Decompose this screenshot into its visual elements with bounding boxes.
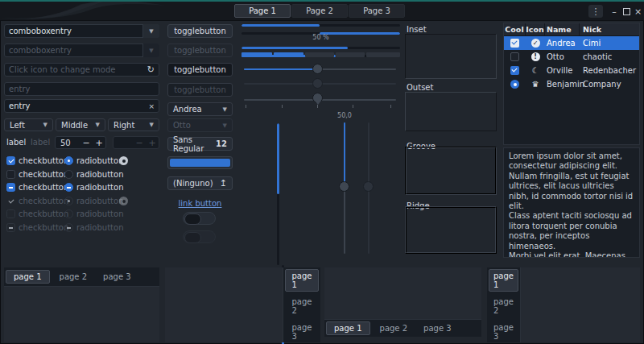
spin-minus-button: − bbox=[133, 138, 146, 148]
togglebutton[interactable]: togglebutton bbox=[167, 24, 233, 38]
frame-groove bbox=[405, 147, 497, 195]
notebook-tab-page3[interactable]: page 3 bbox=[95, 269, 139, 284]
checkbox-indeterminate[interactable] bbox=[6, 183, 15, 192]
scale-mark bbox=[353, 105, 353, 108]
combobox-value: Left bbox=[10, 121, 25, 130]
combobox-value: Andrea bbox=[173, 105, 202, 114]
name-combobox[interactable]: Andrea ▼ bbox=[167, 102, 233, 116]
refresh-icon[interactable]: ↻ bbox=[147, 64, 155, 75]
kali-dragon-logo bbox=[0, 2, 209, 21]
vscale-knob[interactable] bbox=[339, 181, 349, 192]
textview[interactable]: Lorem ipsum dolor sit amet, consectetur … bbox=[503, 147, 640, 258]
notebook-tab-page1[interactable]: page 1 bbox=[6, 270, 50, 284]
color-swatch bbox=[170, 159, 230, 167]
radiobutton-selected[interactable] bbox=[64, 156, 73, 165]
label-disabled: label bbox=[31, 138, 50, 147]
font-size: 12 bbox=[216, 139, 227, 148]
column-header-nick[interactable]: Nick bbox=[580, 23, 639, 35]
clear-icon[interactable]: × bbox=[148, 102, 155, 110]
progressbar-text: 50 % bbox=[242, 34, 400, 41]
hscale-marks-knob[interactable] bbox=[312, 93, 323, 103]
paragraph: Lorem ipsum dolor sit amet, consectetur … bbox=[509, 151, 634, 172]
dropdown-arrow-button[interactable]: ▼ bbox=[142, 24, 159, 38]
notebook-tab-page3[interactable]: page 3 bbox=[489, 320, 518, 344]
spin-plus-button[interactable]: + bbox=[93, 138, 105, 148]
checkbutton-label: checkbutton bbox=[19, 183, 68, 193]
combobox-entry[interactable]: comboboxentry ▼ bbox=[4, 24, 159, 38]
hamburger-menu-button[interactable]: ⋮ bbox=[588, 5, 603, 18]
font-button[interactable]: Sans Regular 12 bbox=[167, 137, 233, 151]
column-header-name[interactable]: Name bbox=[545, 23, 580, 35]
cell-nick: chaotic bbox=[580, 52, 639, 61]
color-button[interactable] bbox=[167, 156, 233, 169]
notebook-bottom-tabs: page 1 page 2 page 3 bbox=[324, 267, 481, 337]
font-name: Sans Regular bbox=[173, 135, 216, 153]
row-checkbox-unchecked[interactable] bbox=[510, 52, 519, 61]
checkbox-checked[interactable] bbox=[6, 156, 15, 165]
column-header-cool[interactable]: Cool bbox=[504, 23, 526, 35]
spin-minus-button[interactable]: − bbox=[80, 138, 93, 148]
treeview-header: Cool Icon Name Nick bbox=[504, 23, 639, 36]
kebab-menu-icon: ⋮ bbox=[592, 6, 601, 17]
titlebar-accent-line bbox=[0, 0, 644, 2]
tab-page-1[interactable]: Page 1 bbox=[234, 4, 291, 18]
combobox-middle[interactable]: Middle ▼ bbox=[56, 118, 105, 131]
radiobutton-indeterminate[interactable] bbox=[64, 183, 73, 192]
placeholder-entry-input[interactable] bbox=[9, 85, 155, 93]
minimize-button[interactable]: – bbox=[609, 5, 620, 18]
notebook-tab-page1[interactable]: page 1 bbox=[285, 269, 319, 292]
maximize-button[interactable] bbox=[621, 5, 632, 18]
maximize-icon bbox=[623, 8, 630, 15]
clearable-entry-input[interactable] bbox=[9, 102, 144, 110]
hscale-knob[interactable] bbox=[312, 64, 323, 74]
name-combobox-disabled: Otto ▼ bbox=[167, 118, 233, 132]
vscale-value-label: 50,0 bbox=[328, 112, 361, 119]
radiobutton-label: radiobutton bbox=[76, 183, 123, 193]
row-checkbox-checked[interactable] bbox=[510, 66, 519, 75]
chevron-down-icon: ▼ bbox=[223, 106, 227, 113]
notebook-tab-page3[interactable]: page 3 bbox=[415, 321, 460, 336]
notebook-content bbox=[521, 267, 640, 342]
circle-dot-icon[interactable] bbox=[119, 156, 128, 165]
switch-off[interactable] bbox=[183, 212, 216, 225]
table-row[interactable]: ♛ Benjamin Company bbox=[504, 77, 639, 91]
close-button[interactable]: × bbox=[633, 5, 643, 18]
file-chooser-value: (Ninguno) bbox=[173, 179, 213, 188]
tab-page-2[interactable]: Page 2 bbox=[291, 4, 348, 18]
vertical-progressbar-top bbox=[277, 123, 279, 265]
mode-entry[interactable]: ↻ bbox=[4, 63, 159, 77]
checkbox-unchecked[interactable] bbox=[6, 170, 15, 179]
combobox-right[interactable]: Right ▼ bbox=[108, 118, 159, 131]
chevron-down-icon: ▼ bbox=[149, 28, 153, 35]
tab-page-3[interactable]: Page 3 bbox=[349, 4, 405, 18]
togglebutton-active[interactable]: togglebutton bbox=[167, 63, 233, 77]
table-row[interactable]: ✓ Andrea Cimi bbox=[504, 36, 639, 50]
file-chooser-button[interactable]: (Ninguno) ↥ bbox=[167, 176, 233, 190]
spinbutton-disabled: − + bbox=[113, 136, 159, 149]
notebook-tab-page3[interactable]: page 3 bbox=[285, 320, 319, 344]
notebook-tab-page2[interactable]: page 2 bbox=[285, 294, 319, 318]
dropdown-arrow-button: ▼ bbox=[142, 44, 159, 57]
clearable-entry[interactable]: × bbox=[4, 99, 159, 113]
togglebutton-active-disabled: togglebutton bbox=[167, 83, 233, 97]
notebook-tab-page1[interactable]: page 1 bbox=[489, 269, 518, 292]
placeholder-entry[interactable] bbox=[4, 82, 159, 96]
notebook-tab-page1[interactable]: page 1 bbox=[326, 321, 370, 335]
notebook-tab-page2[interactable]: page 2 bbox=[489, 294, 518, 318]
check-radio-row: checkbutton radiobutton bbox=[4, 183, 161, 193]
spinbutton[interactable]: 50 − + bbox=[55, 136, 106, 149]
link-button[interactable]: link button bbox=[167, 199, 233, 208]
row-checkbox-checked[interactable] bbox=[510, 39, 519, 48]
radiobutton-unselected[interactable] bbox=[64, 170, 73, 179]
table-row[interactable]: ! Otto chaotic bbox=[504, 50, 639, 64]
table-row[interactable]: ☾ Orville Redenbacher bbox=[504, 64, 639, 77]
column-header-icon[interactable]: Icon bbox=[526, 23, 545, 35]
notebook-tab-page2[interactable]: page 2 bbox=[372, 321, 416, 336]
checkbutton-label: checkbutton bbox=[19, 197, 68, 206]
combobox-left[interactable]: Left ▼ bbox=[4, 118, 53, 131]
notebook-tab-page2[interactable]: page 2 bbox=[52, 269, 96, 284]
row-radio-selected[interactable] bbox=[510, 80, 519, 89]
radiobutton-selected-disabled bbox=[64, 197, 73, 205]
upload-icon: ↥ bbox=[220, 178, 227, 189]
mode-entry-input[interactable] bbox=[9, 65, 143, 74]
